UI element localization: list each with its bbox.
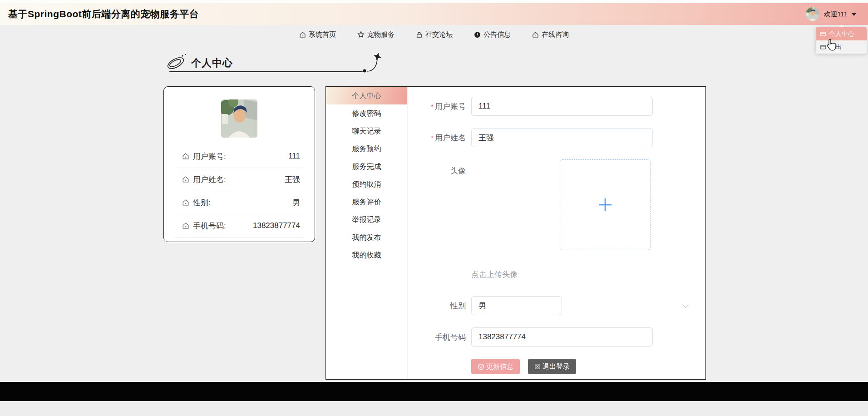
name-input[interactable] xyxy=(471,128,653,147)
profile-row-label: 手机号码: xyxy=(193,221,226,231)
avatar-upload-box[interactable] xyxy=(560,159,651,250)
nav-label: 社交论坛 xyxy=(425,30,453,39)
alert-icon xyxy=(474,31,481,38)
user-avatar[interactable] xyxy=(806,7,819,21)
lock-icon xyxy=(416,31,423,38)
home-icon xyxy=(299,31,306,38)
nav-label: 公告信息 xyxy=(483,30,511,39)
home-icon xyxy=(182,222,189,229)
below-footer-strip xyxy=(0,401,868,416)
name-label: *用户姓名 xyxy=(408,133,466,143)
menu-item-personal-center[interactable]: 个人中心 xyxy=(326,87,407,104)
menu-item-change-password[interactable]: 修改密码 xyxy=(326,104,407,122)
required-mark: * xyxy=(431,134,434,142)
account-label: *用户账号 xyxy=(408,101,466,112)
nav-label: 宠物服务 xyxy=(367,30,395,39)
dropdown-item-profile[interactable]: 个人中心 xyxy=(816,27,867,40)
top-strip xyxy=(0,0,868,3)
form-row-gender: 性别 xyxy=(408,296,705,315)
main-nav: 系统首页 宠物服务 社交论坛 公告信息 在线咨询 xyxy=(0,25,868,44)
personal-center-panel: 个人中心 修改密码 聊天记录 服务预约 服务完成 预约取消 服务评价 举报记录 … xyxy=(326,86,706,380)
dropdown-item-logout[interactable]: 退出 xyxy=(816,40,867,54)
home-icon xyxy=(182,199,189,206)
page-title: 个人中心 xyxy=(191,56,233,70)
form-row-name: *用户姓名 xyxy=(408,128,705,147)
form-row-avatar: 头像 xyxy=(408,159,705,250)
required-mark: * xyxy=(431,103,434,110)
dropdown-item-label: 退出 xyxy=(829,43,842,51)
menu-item-service-review[interactable]: 服务评价 xyxy=(326,193,407,211)
menu-item-my-favorites[interactable]: 我的收藏 xyxy=(326,246,407,264)
logout-button[interactable]: 退出登录 xyxy=(528,359,576,374)
caret-down-icon xyxy=(852,13,856,16)
sparkle-arrow-doodle-icon xyxy=(361,51,385,74)
check-circle-icon xyxy=(478,363,484,370)
menu-item-booking-cancelled[interactable]: 预约取消 xyxy=(326,175,407,193)
plus-icon xyxy=(597,197,613,213)
menu-item-report-records[interactable]: 举报记录 xyxy=(326,211,407,228)
profile-row-name: 用户姓名: 王强 xyxy=(175,168,304,191)
user-menu-trigger[interactable]: 欢迎111 xyxy=(806,7,868,21)
profile-row-value: 王强 xyxy=(285,174,300,185)
phone-input[interactable] xyxy=(471,327,653,347)
profile-row-phone: 手机号码: 13823877774 xyxy=(175,214,304,238)
nav-item-consult[interactable]: 在线咨询 xyxy=(532,30,569,39)
profile-row-label: 用户姓名: xyxy=(193,174,226,185)
profile-row-account: 用户账号: 111 xyxy=(175,145,304,168)
nav-item-announcements[interactable]: 公告信息 xyxy=(474,30,511,39)
form-row-account: *用户账号 xyxy=(408,97,705,116)
app-header: 基于SpringBoot前后端分离的宠物服务平台 欢迎111 xyxy=(0,3,868,25)
footer-bar xyxy=(0,382,868,401)
user-dropdown-menu: 个人中心 退出 xyxy=(816,27,867,54)
home-icon xyxy=(182,176,189,183)
profile-photo xyxy=(221,99,257,138)
account-input[interactable] xyxy=(471,97,653,116)
welcome-text[interactable]: 欢迎111 xyxy=(824,10,848,19)
profile-row-value: 男 xyxy=(292,198,300,208)
update-button-label: 更新信息 xyxy=(486,362,513,371)
avatar-photo-icon xyxy=(806,7,819,21)
profile-row-value: 111 xyxy=(288,152,300,161)
dropdown-item-label: 个人中心 xyxy=(829,30,854,38)
logout-icon xyxy=(820,44,826,50)
nav-item-home[interactable]: 系统首页 xyxy=(299,30,336,39)
gender-label: 性别 xyxy=(408,301,466,311)
home-icon xyxy=(182,153,189,160)
update-info-button[interactable]: 更新信息 xyxy=(471,359,520,374)
profile-row-label: 性别: xyxy=(193,198,211,208)
page-title-block: 个人中心 xyxy=(166,51,384,76)
chevron-down-icon[interactable] xyxy=(683,303,688,308)
phone-label: 手机号码 xyxy=(408,332,466,342)
nav-label: 在线咨询 xyxy=(542,30,569,39)
title-underline xyxy=(169,71,363,72)
gender-select[interactable] xyxy=(471,296,562,315)
nav-item-pet-services[interactable]: 宠物服务 xyxy=(357,30,395,39)
menu-item-service-completed[interactable]: 服务完成 xyxy=(326,158,407,175)
profile-info-list: 用户账号: 111 用户姓名: 王强 性别: 男 手机号码: 138238777… xyxy=(175,145,304,238)
profile-form: *用户账号 *用户姓名 头像 点击上传头像 xyxy=(408,87,705,379)
id-card-icon xyxy=(820,31,826,37)
profile-row-label: 用户账号: xyxy=(193,151,226,162)
form-actions: 更新信息 退出登录 xyxy=(471,359,705,374)
nav-label: 系统首页 xyxy=(309,30,336,39)
profile-summary-card: 用户账号: 111 用户姓名: 王强 性别: 男 手机号码: 138238777… xyxy=(163,86,315,242)
panel-side-menu: 个人中心 修改密码 聊天记录 服务预约 服务完成 预约取消 服务评价 举报记录 … xyxy=(326,87,408,379)
logout-button-label: 退出登录 xyxy=(542,362,570,371)
menu-item-service-booking[interactable]: 服务预约 xyxy=(326,140,407,158)
paperclip-doodle-icon xyxy=(166,53,188,72)
profile-row-value: 13823877774 xyxy=(253,221,300,230)
avatar-label: 头像 xyxy=(408,159,466,176)
menu-item-chat-history[interactable]: 聊天记录 xyxy=(326,122,407,140)
menu-item-my-posts[interactable]: 我的发布 xyxy=(326,228,407,246)
avatar-photo-icon xyxy=(221,99,257,138)
nav-item-forum[interactable]: 社交论坛 xyxy=(416,30,453,39)
close-square-icon xyxy=(534,363,541,370)
star-icon xyxy=(357,31,365,38)
app-title: 基于SpringBoot前后端分离的宠物服务平台 xyxy=(0,8,199,20)
home-icon xyxy=(532,31,539,38)
upload-hint: 点击上传头像 xyxy=(471,269,705,280)
form-row-phone: 手机号码 xyxy=(408,327,705,347)
profile-row-gender: 性别: 男 xyxy=(175,191,304,214)
